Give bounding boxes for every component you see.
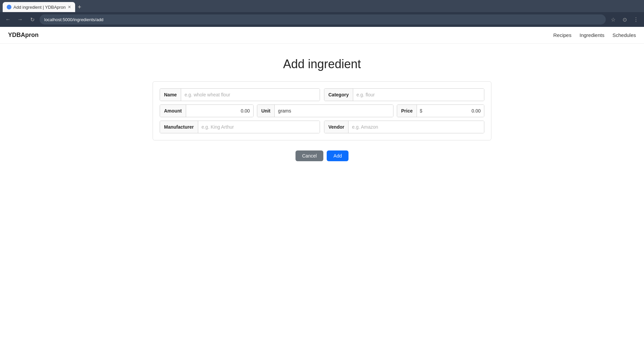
bookmark-icon[interactable]: ☆ bbox=[608, 15, 618, 24]
name-group: Name bbox=[160, 88, 320, 101]
name-category-row: Name Category bbox=[160, 88, 484, 101]
profile-icon[interactable]: ⊙ bbox=[620, 15, 629, 24]
address-bar-input[interactable] bbox=[40, 14, 606, 25]
nav-link-ingredients[interactable]: Ingredients bbox=[580, 32, 604, 38]
category-label: Category bbox=[324, 89, 353, 101]
cancel-button[interactable]: Cancel bbox=[296, 150, 324, 161]
main-content: Add ingredient Name Category bbox=[0, 44, 644, 161]
nav-link-schedules[interactable]: Schedules bbox=[612, 32, 636, 38]
category-input[interactable] bbox=[353, 89, 484, 101]
reload-button[interactable]: ↻ bbox=[28, 15, 37, 24]
new-tab-button[interactable]: + bbox=[75, 4, 84, 11]
vendor-label: Vendor bbox=[324, 121, 348, 133]
browser-address-bar: ← → ↻ ☆ ⊙ ⋮ bbox=[0, 12, 644, 27]
manufacturer-group: Manufacturer bbox=[160, 121, 320, 133]
nav-links: Recipes Ingredients Schedules bbox=[553, 32, 636, 38]
nav-bar: YDBApron Recipes Ingredients Schedules bbox=[0, 27, 644, 44]
manufacturer-label: Manufacturer bbox=[160, 121, 198, 133]
form-card: Name Category Amount Unit bbox=[153, 81, 491, 140]
page-title: Add ingredient bbox=[283, 57, 361, 71]
price-input[interactable] bbox=[424, 105, 484, 117]
vendor-input[interactable] bbox=[348, 121, 484, 133]
name-input[interactable] bbox=[181, 89, 320, 101]
category-group: Category bbox=[324, 88, 484, 101]
browser-tab-bar: Add ingredient | YDBApron ✕ + bbox=[0, 0, 644, 12]
app-container: YDBApron Recipes Ingredients Schedules A… bbox=[0, 27, 644, 352]
nav-link-recipes[interactable]: Recipes bbox=[553, 32, 572, 38]
unit-input[interactable] bbox=[275, 105, 393, 117]
tab-favicon bbox=[7, 5, 11, 9]
back-button[interactable]: ← bbox=[3, 15, 13, 24]
menu-icon[interactable]: ⋮ bbox=[631, 15, 641, 24]
unit-group: Unit bbox=[257, 104, 393, 117]
vendor-group: Vendor bbox=[324, 121, 484, 133]
manufacturer-input[interactable] bbox=[198, 121, 320, 133]
browser-chrome: Add ingredient | YDBApron ✕ + ← → ↻ ☆ ⊙ … bbox=[0, 0, 644, 27]
tab-title: Add ingredient | YDBApron bbox=[13, 5, 66, 10]
forward-button[interactable]: → bbox=[15, 15, 25, 24]
price-group: Price $ bbox=[397, 104, 484, 117]
name-label: Name bbox=[160, 89, 181, 101]
amount-unit-price-row: Amount Unit Price $ bbox=[160, 104, 484, 117]
browser-tab-active[interactable]: Add ingredient | YDBApron ✕ bbox=[3, 2, 75, 12]
price-label: Price bbox=[397, 105, 417, 117]
button-row: Cancel Add bbox=[296, 150, 349, 161]
amount-group: Amount bbox=[160, 104, 254, 117]
amount-label: Amount bbox=[160, 105, 186, 117]
unit-label: Unit bbox=[257, 105, 275, 117]
amount-input[interactable] bbox=[186, 105, 253, 117]
tab-close-button[interactable]: ✕ bbox=[68, 5, 71, 9]
manufacturer-vendor-row: Manufacturer Vendor bbox=[160, 121, 484, 133]
browser-action-icons: ☆ ⊙ ⋮ bbox=[608, 15, 641, 24]
nav-logo[interactable]: YDBApron bbox=[8, 32, 39, 39]
price-symbol: $ bbox=[417, 105, 424, 117]
add-button[interactable]: Add bbox=[327, 150, 348, 161]
